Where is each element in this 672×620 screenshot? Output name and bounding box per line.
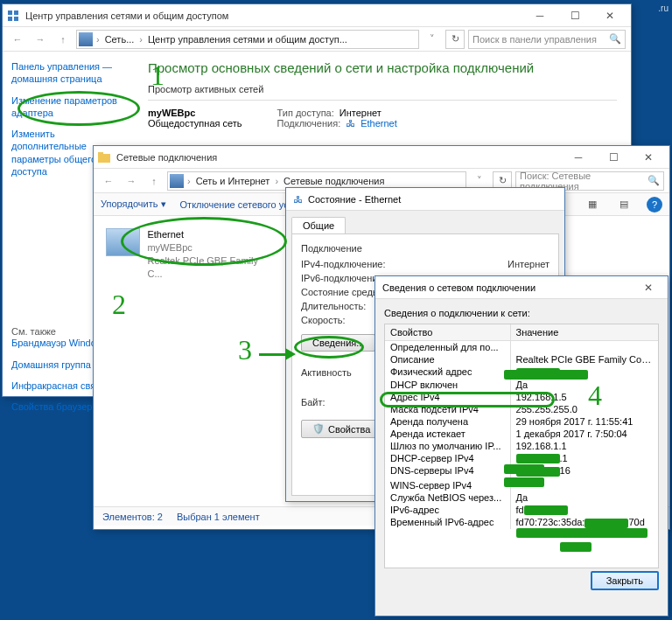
window-title: Сетевые подключения [116,152,217,163]
nav-back-button[interactable]: ← [99,171,118,191]
svg-rect-1 [14,10,18,15]
table-row[interactable]: Шлюз по умолчанию IP...192.168.1.1 [385,440,658,452]
close-button[interactable]: ✕ [592,5,627,26]
svg-rect-5 [98,152,103,156]
close-x-button[interactable]: ✕ [636,277,661,298]
cp-home-link[interactable]: Панель управления — домашняя страница [11,60,125,86]
refresh-button[interactable]: ↻ [445,30,465,49]
table-row[interactable]: Аренда истекает1 декабря 2017 г. 7:50:04 [385,428,658,440]
nav-back-button[interactable]: ← [8,30,27,49]
connection-details-dialog: Сведения о сетевом подключении ✕ Сведени… [374,275,668,617]
item-count: Элементов: 2 [102,512,163,522]
svg-rect-0 [8,10,12,15]
app-icon [6,9,20,23]
svg-rect-3 [14,17,18,21]
pc-icon [170,174,184,188]
nav-up-button[interactable]: ↑ [53,30,73,49]
dialog-title: Сведения о сетевом подключении [382,282,536,293]
breadcrumb[interactable]: › Сеть... › Центр управления сетями и об… [76,30,419,49]
table-row[interactable]: Служба NetBIOS через...Да [385,491,658,504]
organize-menu[interactable]: Упорядочить ▾ [101,199,166,210]
page-heading: Просмотр основных сведений о сети и наст… [148,60,617,75]
details-grid: Свойство Значение Определенный для по...… [384,324,659,568]
shield-icon: 🛡️ [312,423,325,435]
maximize-button[interactable]: ☐ [557,5,592,26]
close-button[interactable]: ✕ [631,147,666,168]
table-row[interactable]: Физический адрес [385,366,658,379]
table-row[interactable]: DNS-серверы IPv416 [385,464,658,477]
minimize-button[interactable]: ─ [561,147,596,168]
table-row[interactable]: WINS-сервер IPv4 [385,479,658,491]
adapter-device: Realtek PCIe GBE Family C... [147,254,274,281]
titlebar[interactable]: Сетевые подключения ─ ☐ ✕ [94,146,669,169]
titlebar[interactable]: Центр управления сетями и общим доступом… [3,4,631,27]
network-type: Общедоступная сеть [148,118,242,129]
properties-button[interactable]: 🛡️ Свойства [301,420,382,438]
table-row[interactable]: Маска подсети IPv4255.255.255.0 [385,403,658,415]
access-value: Интернет [340,108,382,118]
table-row[interactable]: Аренда получена29 ноября 2017 г. 11:55:4… [385,415,658,428]
table-row[interactable]: DHCP включенДа [385,379,658,391]
network-name: myWEBpc [148,108,242,118]
tab-general[interactable]: Общие [291,217,346,233]
view-icons-button[interactable]: ▦ [584,196,601,213]
help-button[interactable]: ? [647,197,662,212]
details-label: Сведения о подключении к сети: [384,308,659,318]
svg-rect-2 [8,17,12,21]
adapter-name: Ethernet [147,228,274,241]
table-row[interactable]: IPv6-адресfd [385,504,658,517]
connection-group: Подключение [301,243,550,254]
folder-icon [97,150,111,164]
table-row[interactable]: Временный IPv6-адресfd70:723c:35da:70d [385,516,658,529]
table-row[interactable]: Адрес IPv4192.168.1.5 [385,391,658,403]
search-input[interactable]: Поиск в панели управления 🔍 [468,30,626,49]
table-row[interactable]: ОписаниеRealtek PCIe GBE Family Controll… [385,353,658,366]
dialog-titlebar[interactable]: Сведения о сетевом подключении ✕ [375,276,668,299]
ethernet-link[interactable]: Ethernet [360,118,397,129]
dialog-title: Состояние - Ethernet [308,194,401,205]
active-networks-label: Просмотр активных сетей [148,84,617,94]
maximize-button[interactable]: ☐ [596,147,631,168]
col-value[interactable]: Значение [511,324,658,340]
view-details-button[interactable]: ▤ [615,196,633,213]
ethernet-icon: 🖧 [293,194,303,205]
ethernet-icon: 🖧 [346,118,355,129]
table-row[interactable]: Определенный для по... [385,341,658,353]
adapter-item-ethernet[interactable]: Ethernet myWEBpc Realtek PCIe GBE Family… [102,225,277,283]
search-icon: 🔍 [609,33,621,45]
window-title: Центр управления сетями и общим доступом [25,10,228,21]
nav-fwd-button[interactable]: → [122,171,141,191]
url-watermark: .ru [658,3,668,13]
crumb-dropdown[interactable]: ˅ [423,30,442,49]
dialog-titlebar[interactable]: 🖧 Состояние - Ethernet [286,188,564,211]
selection-count: Выбран 1 элемент [177,512,260,522]
minimize-button[interactable]: ─ [522,5,557,26]
details-button[interactable]: Сведения... [301,334,375,352]
table-row[interactable]: DHCP-сервер IPv4.1 [385,452,658,465]
nav-up-button[interactable]: ↑ [144,171,164,191]
adapter-settings-link[interactable]: Изменение параметров адаптера [11,94,125,120]
adapter-icon [106,228,140,256]
search-icon: 🔍 [648,175,660,186]
col-property[interactable]: Свойство [385,324,511,340]
adapter-network: myWEBpc [147,241,274,254]
nav-fwd-button[interactable]: → [31,30,50,49]
address-bar-row: ← → ↑ › Сеть... › Центр управления сетям… [3,27,631,52]
close-button[interactable]: Закрыть [591,571,659,590]
pc-icon [79,32,93,46]
